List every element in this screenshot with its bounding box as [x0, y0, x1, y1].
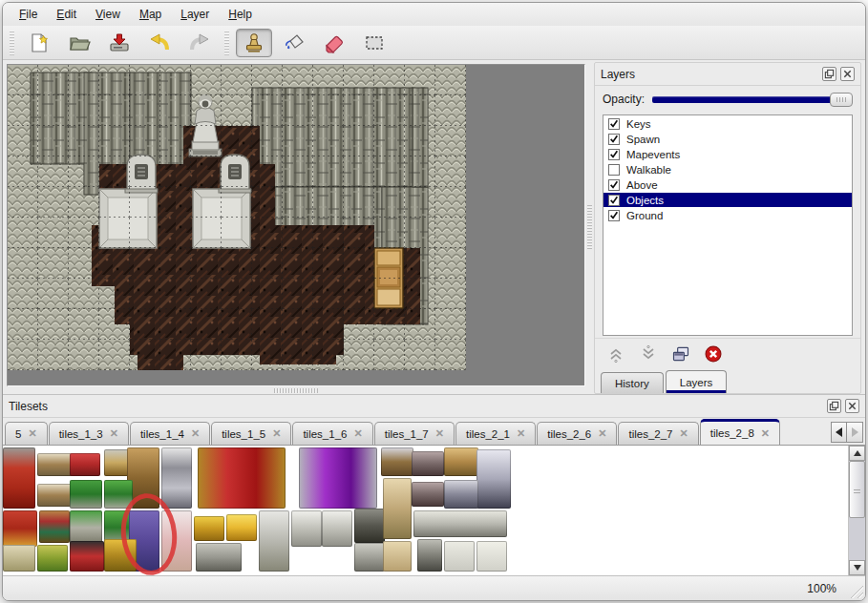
tile-throne-purple[interactable] [299, 447, 377, 509]
scroll-down-icon[interactable] [849, 560, 865, 575]
open-button[interactable] [61, 29, 97, 57]
tile-loom-a[interactable] [37, 453, 74, 476]
tileset-tab-tiles_1_4[interactable]: tiles_1_4✕ [130, 422, 210, 445]
tab-layers[interactable]: Layers [666, 370, 728, 393]
tile-ledge-stone[interactable] [413, 510, 507, 537]
stamp-tool-button[interactable] [236, 29, 272, 57]
tile-gargoyle-dark[interactable] [354, 509, 385, 543]
tileset-tab-tiles_2_7[interactable]: tiles_2_7✕ [618, 422, 698, 445]
tileset-tab-tiles_1_6[interactable]: tiles_1_6✕ [292, 422, 372, 445]
close-tab-icon[interactable]: ✕ [28, 427, 36, 440]
opacity-slider-handle[interactable] [830, 93, 853, 107]
scroll-tabs-right-icon[interactable] [847, 422, 863, 443]
tile-loom-b[interactable] [37, 484, 74, 507]
duplicate-layer-button[interactable] [669, 343, 692, 365]
tile-bed[interactable] [161, 510, 192, 572]
map-canvas[interactable] [7, 64, 585, 386]
tile-banner-emblem[interactable] [3, 510, 37, 547]
close-tab-icon[interactable]: ✕ [680, 427, 688, 440]
tile-statue-hooded[interactable] [259, 510, 289, 572]
layer-row-objects[interactable]: Objects [603, 193, 852, 207]
opacity-slider[interactable] [652, 92, 853, 107]
raise-layer-button[interactable] [604, 343, 627, 365]
menu-layer[interactable]: Layer [172, 5, 218, 24]
float-panel-icon[interactable] [827, 399, 841, 413]
scroll-tabs-left-icon[interactable] [831, 422, 847, 443]
tile-gargoyle-white-left[interactable] [291, 510, 322, 547]
undo-button[interactable] [141, 29, 178, 57]
tab-history[interactable]: History [601, 372, 664, 393]
tile-cushion-red[interactable] [70, 453, 100, 476]
tile-pillar[interactable] [417, 539, 442, 572]
float-panel-icon[interactable] [822, 67, 836, 81]
new-file-button[interactable] [21, 29, 57, 57]
close-tab-icon[interactable]: ✕ [272, 427, 281, 440]
toolbar-handle[interactable] [224, 31, 229, 55]
menu-file[interactable]: File [11, 5, 46, 24]
save-button[interactable] [101, 29, 138, 57]
vertical-splitter[interactable] [585, 60, 594, 394]
tileset-tab-tiles_1_3[interactable]: tiles_1_3✕ [49, 422, 129, 445]
tileset-tab-tiles_1_5[interactable]: tiles_1_5✕ [211, 422, 291, 445]
tileset-scrollbar[interactable] [848, 446, 865, 575]
layer-row-walkable[interactable]: Walkable [603, 162, 852, 177]
tile-plant-bush[interactable] [104, 480, 133, 509]
lower-layer-button[interactable] [637, 343, 660, 365]
close-tab-icon[interactable]: ✕ [761, 427, 770, 440]
tileset-tab-tiles_1_7[interactable]: tiles_1_7✕ [374, 422, 455, 445]
close-tab-icon[interactable]: ✕ [191, 427, 200, 440]
tile-obelisk-small[interactable] [383, 541, 412, 572]
resize-grip[interactable] [848, 583, 863, 598]
rect-select-tool-button[interactable] [356, 29, 392, 57]
delete-layer-button[interactable] [702, 343, 725, 365]
tile-metal-case-a[interactable] [412, 451, 444, 476]
scrollbar-thumb[interactable] [849, 461, 865, 518]
menu-map[interactable]: Map [131, 5, 170, 24]
tile-obelisk[interactable] [383, 478, 412, 539]
layer-visibility-checkbox[interactable] [608, 118, 620, 130]
tile-portrait-king[interactable] [381, 447, 413, 476]
close-tab-icon[interactable]: ✕ [598, 427, 606, 440]
tile-palm-pot[interactable] [70, 510, 102, 545]
tileset-tab-5[interactable]: 5✕ [5, 422, 48, 445]
tile-palm-plant[interactable] [70, 480, 102, 509]
close-tab-icon[interactable]: ✕ [353, 427, 362, 440]
close-panel-icon[interactable] [845, 399, 859, 413]
toolbar-handle[interactable] [10, 31, 14, 55]
menu-help[interactable]: Help [220, 5, 261, 24]
tile-crate-wood[interactable] [444, 447, 478, 476]
tile-chain-gold[interactable] [194, 516, 224, 541]
scrollbar-track[interactable] [849, 461, 865, 560]
tile-gate-metal[interactable] [161, 447, 192, 509]
horizontal-splitter[interactable] [7, 386, 585, 394]
tile-gold-pile[interactable] [226, 514, 257, 541]
tile-gargoyle-white-right[interactable] [322, 510, 352, 547]
layer-row-mapevents[interactable]: Mapevents [603, 147, 852, 161]
tile-block-light-b[interactable] [476, 541, 507, 572]
layer-visibility-checkbox[interactable] [608, 210, 620, 221]
tile-urn-pedestal[interactable] [354, 543, 385, 572]
eraser-tool-button[interactable] [316, 29, 352, 57]
scroll-up-icon[interactable] [849, 446, 865, 461]
layer-row-keys[interactable]: Keys [603, 116, 852, 131]
tile-rock-pile[interactable] [196, 543, 242, 572]
layer-row-above[interactable]: Above [603, 177, 852, 192]
menu-view[interactable]: View [87, 5, 129, 24]
layer-visibility-checkbox[interactable] [608, 149, 620, 160]
fill-tool-button[interactable] [276, 29, 312, 57]
tile-flag-green[interactable] [37, 545, 68, 572]
tile-armor-pile[interactable] [444, 480, 478, 509]
tile-metal-case-b[interactable] [412, 482, 444, 507]
layer-visibility-checkbox[interactable] [608, 195, 620, 206]
layer-visibility-checkbox[interactable] [608, 134, 620, 145]
tile-throne-red[interactable] [198, 447, 286, 509]
tileset-grid[interactable] [3, 446, 848, 575]
tileset-tab-tiles_2_6[interactable]: tiles_2_6✕ [537, 422, 617, 445]
layer-row-ground[interactable]: Ground [603, 208, 852, 222]
close-tab-icon[interactable]: ✕ [517, 427, 525, 440]
tile-block-light-a[interactable] [444, 541, 475, 572]
tile-parchment[interactable] [3, 545, 35, 572]
tileset-tab-tiles_2_8[interactable]: tiles_2_8✕ [700, 419, 780, 445]
close-tab-icon[interactable]: ✕ [110, 427, 118, 440]
close-panel-icon[interactable] [840, 67, 855, 81]
